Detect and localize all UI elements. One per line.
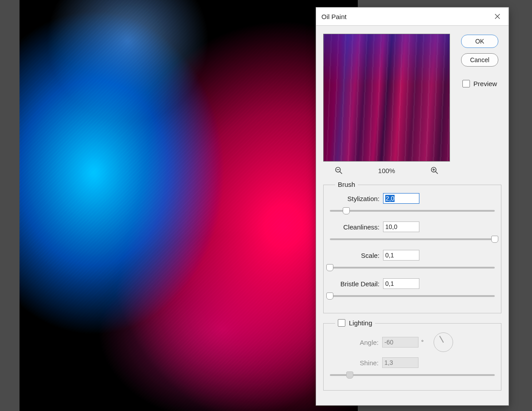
stylization-label: Stylization: bbox=[330, 195, 379, 202]
ok-button[interactable]: OK bbox=[461, 35, 498, 48]
document-canvas[interactable] bbox=[20, 0, 358, 411]
dialog-title: Oil Paint bbox=[321, 13, 347, 20]
zoom-out-icon bbox=[334, 166, 343, 175]
lighting-checkbox[interactable] bbox=[338, 319, 345, 327]
cleanliness-slider[interactable] bbox=[330, 235, 495, 244]
stylization-slider[interactable] bbox=[330, 206, 495, 215]
zoom-out-button[interactable] bbox=[334, 166, 343, 175]
svg-line-4 bbox=[436, 172, 438, 174]
scale-label: Scale: bbox=[330, 252, 379, 259]
zoom-in-button[interactable] bbox=[430, 166, 439, 175]
close-icon bbox=[494, 13, 501, 20]
svg-line-1 bbox=[340, 172, 342, 174]
shine-slider bbox=[330, 371, 495, 379]
angle-unit: ° bbox=[421, 339, 424, 346]
close-button[interactable] bbox=[486, 8, 509, 25]
preview-checkbox[interactable] bbox=[462, 80, 470, 87]
canvas-artwork bbox=[20, 0, 358, 411]
angle-input: -60 bbox=[382, 337, 419, 348]
ok-label: OK bbox=[475, 38, 484, 45]
stylization-input[interactable]: 2,0 bbox=[383, 193, 419, 204]
angle-label: Angle: bbox=[330, 339, 379, 346]
cancel-button[interactable]: Cancel bbox=[461, 53, 498, 67]
zoom-level: 100% bbox=[378, 167, 395, 174]
lighting-legend-label: Lighting bbox=[349, 319, 372, 327]
preview-checkbox-label: Preview bbox=[473, 80, 497, 87]
bristle-slider[interactable] bbox=[330, 292, 495, 300]
scale-input[interactable]: 0,1 bbox=[383, 250, 419, 261]
filter-preview[interactable] bbox=[323, 34, 450, 162]
brush-legend: Brush bbox=[335, 181, 358, 188]
zoom-in-icon bbox=[430, 166, 439, 175]
preview-checkbox-row[interactable]: Preview bbox=[462, 80, 497, 87]
bristle-input[interactable]: 0,1 bbox=[383, 278, 419, 289]
bristle-label: Bristle Detail: bbox=[330, 280, 379, 288]
scale-slider[interactable] bbox=[330, 263, 495, 272]
cleanliness-label: Cleanliness: bbox=[330, 223, 379, 231]
cancel-label: Cancel bbox=[470, 56, 489, 63]
angle-dial bbox=[434, 332, 453, 352]
cleanliness-input[interactable]: 10,0 bbox=[383, 221, 419, 232]
shine-input: 1,3 bbox=[382, 357, 419, 368]
brush-group: Brush Stylization: 2,0 Cleanliness: 10,0… bbox=[323, 185, 501, 313]
lighting-legend[interactable]: Lighting bbox=[335, 319, 375, 327]
dialog-titlebar[interactable]: Oil Paint bbox=[316, 8, 509, 26]
oil-paint-dialog: Oil Paint 100% OK Cancel bbox=[316, 7, 509, 406]
stylization-value: 2,0 bbox=[385, 195, 395, 202]
shine-label: Shine: bbox=[330, 359, 379, 367]
lighting-group: Lighting Angle: -60 ° Shine: 1,3 bbox=[323, 323, 501, 391]
